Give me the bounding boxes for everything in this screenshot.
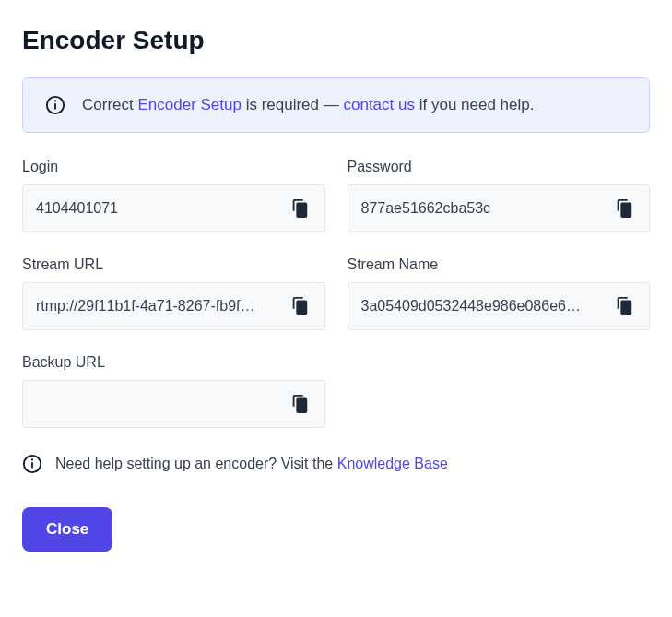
stream-url-input[interactable]: [36, 298, 284, 314]
field-stream-url: Stream URL: [22, 256, 325, 330]
copy-login-button[interactable]: [284, 193, 315, 224]
copy-icon: [289, 198, 310, 219]
page-title: Encoder Setup: [22, 26, 650, 55]
help-line: Need help setting up an encoder? Visit t…: [22, 454, 650, 474]
info-icon: [45, 95, 65, 115]
backup-url-label: Backup URL: [22, 354, 325, 371]
copy-password-button[interactable]: [608, 193, 640, 224]
stream-name-label: Stream Name: [348, 256, 651, 273]
password-label: Password: [348, 159, 651, 175]
banner-text: Correct Encoder Setup is required — cont…: [82, 96, 534, 114]
svg-point-2: [54, 100, 56, 101]
banner-text-after: if you need help.: [415, 96, 534, 113]
help-text-wrap: Need help setting up an encoder? Visit t…: [55, 456, 448, 472]
info-icon: [22, 454, 42, 474]
field-password: Password: [348, 159, 651, 232]
backup-url-input[interactable]: [36, 396, 284, 412]
banner-text-mid: is required —: [242, 96, 344, 113]
stream-url-label: Stream URL: [22, 256, 325, 273]
knowledge-base-link[interactable]: Knowledge Base: [337, 456, 448, 471]
login-input-wrap: [22, 184, 325, 232]
banner-text-before: Correct: [82, 96, 137, 113]
stream-name-input-wrap: [348, 282, 651, 330]
contact-us-link[interactable]: contact us: [343, 96, 415, 113]
login-input[interactable]: [36, 200, 284, 217]
copy-icon: [289, 296, 310, 316]
password-input[interactable]: [361, 200, 609, 217]
login-label: Login: [22, 159, 325, 175]
field-backup-url: Backup URL: [22, 354, 325, 428]
svg-point-5: [31, 458, 33, 460]
field-stream-name: Stream Name: [348, 256, 651, 330]
help-text: Need help setting up an encoder? Visit t…: [55, 456, 337, 471]
fields-grid: Login Password Stream URL: [22, 159, 650, 428]
password-input-wrap: [348, 184, 651, 232]
copy-stream-url-button[interactable]: [284, 291, 315, 322]
setup-banner: Correct Encoder Setup is required — cont…: [22, 77, 650, 133]
copy-stream-name-button[interactable]: [608, 291, 640, 322]
stream-url-input-wrap: [22, 282, 325, 330]
close-button[interactable]: Close: [22, 507, 112, 552]
copy-icon: [614, 296, 634, 316]
copy-icon: [289, 394, 310, 414]
field-login: Login: [22, 159, 325, 232]
copy-icon: [614, 198, 634, 219]
encoder-setup-link[interactable]: Encoder Setup: [137, 96, 241, 113]
copy-backup-url-button[interactable]: [284, 388, 315, 420]
backup-url-input-wrap: [22, 380, 325, 428]
stream-name-input[interactable]: [361, 298, 609, 314]
